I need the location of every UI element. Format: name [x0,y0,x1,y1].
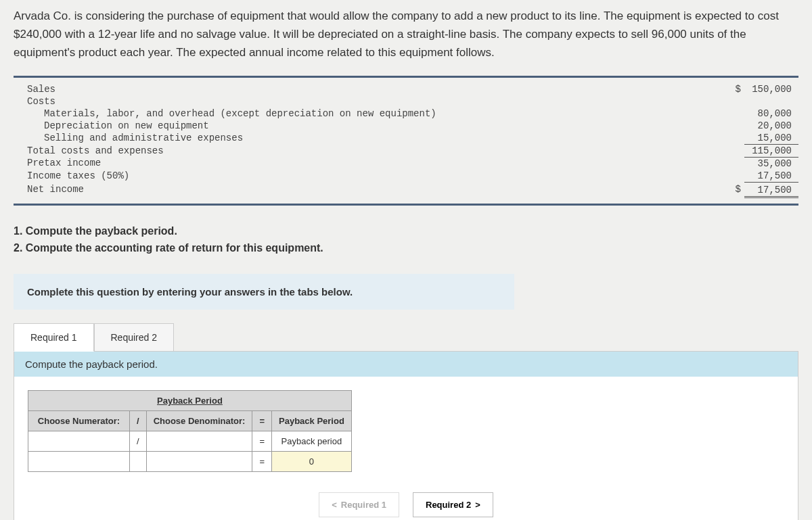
income-label: Pretax income [14,157,467,170]
currency-mark [724,157,744,170]
instruction-banner: Complete this question by entering your … [14,274,514,310]
tab-required-1[interactable]: Required 1 [14,323,94,352]
header-numerator: Choose Numerator: [28,410,130,431]
income-statement: Sales$150,000CostsMaterials, labor, and … [14,76,798,206]
currency-mark [724,95,744,108]
tab-content: Compute the payback period. Payback Peri… [14,351,798,520]
currency-mark [724,120,744,132]
currency-mark [724,144,744,157]
payback-title: Payback Period [28,390,352,410]
income-label: Total costs and expenses [14,144,467,157]
cell-equals: = [252,431,272,451]
denominator-select[interactable] [146,431,252,451]
tab-prompt: Compute the payback period. [14,352,798,377]
header-denominator: Choose Denominator: [146,410,252,431]
currency-mark [724,170,744,183]
income-label: Materials, labor, and overhead (except d… [14,108,467,120]
tab-required-2[interactable]: Required 2 [94,323,175,352]
income-amount: 150,000 [744,83,798,95]
cell-result-label: Payback period [272,431,352,451]
income-amount: 17,500 [744,182,798,197]
prev-tab-label: Required 1 [341,500,386,510]
income-amount: 20,000 [744,120,798,132]
income-label: Net income [14,182,467,197]
denominator-value-input[interactable] [146,451,252,471]
tab-nav-buttons: < Required 1 Required 2 > [14,486,798,520]
income-amount: 17,500 [744,170,798,183]
prev-tab-button[interactable]: < Required 1 [319,492,399,517]
header-slash: / [130,410,147,431]
numerator-value-input[interactable] [28,451,130,471]
chevron-left-icon: < [332,500,337,510]
income-label: Selling and administrative expenses [14,132,467,145]
payback-period-table: Payback Period Choose Numerator: / Choos… [28,390,352,472]
income-label: Costs [14,95,467,108]
next-tab-button[interactable]: Required 2 > [413,492,493,517]
income-amount: 15,000 [744,132,798,145]
question-1: 1. Compute the payback period. [14,225,177,237]
currency-mark [724,108,744,120]
header-result: Payback Period [272,410,352,431]
problem-statement: Arvada Co. is considering the purchase o… [14,7,798,62]
currency-mark: $ [724,182,744,197]
payback-result-value: 0 [272,451,352,471]
cell-blank-1 [130,451,147,471]
income-amount: 35,000 [744,157,798,170]
question-2: 2. Compute the accounting rate of return… [14,242,323,254]
income-label: Depreciation on new equipment [14,120,467,132]
chevron-right-icon: > [475,500,480,510]
income-amount: 115,000 [744,144,798,157]
cell-equals-2: = [252,451,272,471]
question-list: 1. Compute the payback period. 2. Comput… [14,222,798,257]
cell-slash: / [130,431,147,451]
next-tab-label: Required 2 [426,500,471,510]
answer-tabs: Required 1 Required 2 [14,323,514,352]
header-equals: = [252,410,272,431]
currency-mark [724,132,744,145]
income-amount: 80,000 [744,108,798,120]
numerator-select[interactable] [28,431,130,451]
income-label: Sales [14,83,467,95]
income-label: Income taxes (50%) [14,170,467,183]
income-amount [744,95,798,108]
currency-mark: $ [724,83,744,95]
